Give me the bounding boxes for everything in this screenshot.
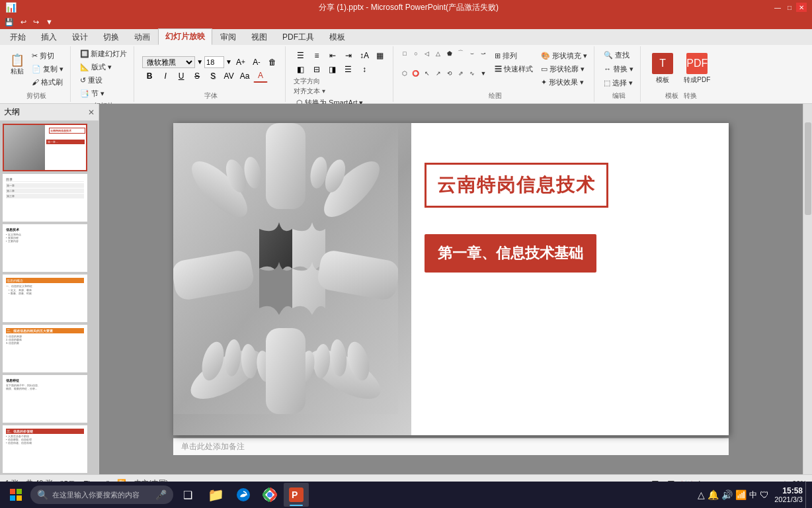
increase-font-button[interactable]: A+ [233,56,248,69]
shape-icon-10[interactable]: ⭕ [411,69,421,77]
reset-button[interactable]: ↺ 重设 [77,74,130,87]
align-center-button[interactable]: ⊟ [309,63,324,76]
taskbar-app-explorer[interactable]: 📁 [202,483,229,507]
shape-fill-button[interactable]: 🎨 形状填充 ▾ [538,50,590,62]
taskbar-app-edge[interactable] [231,483,256,507]
shape-icon-5[interactable]: ⬟ [445,50,454,58]
cut-button[interactable]: ✂ 剪切 [29,50,66,62]
slide-area[interactable]: 云南特岗信息技术 第一章、信息技术基础 单击此处添加备注 [99,104,803,474]
section-button[interactable]: 📑 节 ▾ [77,87,130,100]
taskbar-app-chrome[interactable] [257,483,282,507]
tray-arrow-icon[interactable]: △ [698,489,705,500]
slide-thumb-1[interactable]: 云南特岗信息技术 第一章... [3,124,87,171]
decrease-font-button[interactable]: A- [249,56,264,69]
search-input[interactable] [52,491,151,499]
shape-icon-14[interactable]: ⇗ [456,69,466,77]
tab-transitions[interactable]: 切换 [96,29,126,45]
shape-icon-12[interactable]: ↗ [434,69,443,77]
notes-bar[interactable]: 单击此处添加备注 [173,438,729,455]
layout-button[interactable]: 📐 版式 ▾ [77,61,130,73]
tab-design[interactable]: 设计 [65,29,95,45]
line-spacing-button[interactable]: ↕ [357,63,372,76]
tab-review[interactable]: 审阅 [213,29,243,45]
qa-undo[interactable]: ↩ [19,17,28,27]
shape-outline-button[interactable]: ▭ 形状轮廓 ▾ [538,63,590,75]
tab-insert[interactable]: 插入 [34,29,64,45]
slide-thumb-6[interactable]: 信息特征 在下面的例子中，找出信息、 物质、能量的特征，分析... [3,375,87,423]
vertical-scrollbar[interactable] [803,104,812,474]
text-direction-button[interactable]: ↕A [357,49,372,62]
taskbar-app-powerpoint[interactable]: P [284,483,309,507]
mic-icon[interactable]: 🎤 [155,489,167,500]
sidebar-close-button[interactable]: ✕ [88,108,95,117]
close-button[interactable]: ✕ [796,3,807,12]
shape-icon-13[interactable]: ⟲ [445,69,454,77]
shape-icon-more[interactable]: ▼ [479,69,488,77]
bold-button[interactable]: B [142,69,157,83]
clock[interactable]: 15:58 2021/3/3 [774,486,803,503]
shape-icon-8[interactable]: ⤻ [479,50,488,58]
indent-decrease-button[interactable]: ⇤ [325,49,340,62]
strikethrough-button[interactable]: S [190,69,204,83]
minimize-button[interactable]: — [772,3,783,12]
quick-styles-button[interactable]: ☰ 快速样式 [492,63,536,75]
shape-icon-15[interactable]: ∿ [467,69,477,77]
slide-thumb-4[interactable]: 信息的概念 一、信息的定义和特征 • 定义、来源、载体 • 数量、质量、时效 [3,275,87,322]
tab-view[interactable]: 视图 [244,29,274,45]
underline-button[interactable]: U [174,69,188,83]
shape-icon-4[interactable]: △ [434,50,443,58]
qa-save[interactable]: 💾 [3,17,16,27]
arrange-button[interactable]: ⊞ 排列 [492,50,536,62]
tab-slideshow[interactable]: 幻灯片放映 [158,28,212,45]
replace-button[interactable]: ↔ 替换 ▾ [601,63,636,75]
tray-volume-icon[interactable]: 🔊 [721,489,733,500]
bullet-list-button[interactable]: ☰ [294,49,308,62]
slide-thumb-5[interactable]: 二、描述信息的相关的五大要素 1. 信息的来源 2. 信息的载体 3. 信息的量 [3,325,87,372]
char-spacing-button[interactable]: AV [222,69,236,83]
tab-pdf-tools[interactable]: PDF工具 [275,29,321,45]
align-left-button[interactable]: ◧ [294,63,308,76]
convert-pdf-button[interactable]: PDF 转成PDF [679,49,715,89]
tray-ime-icon[interactable]: 中 [749,489,757,501]
num-list-button[interactable]: ≡ [309,49,324,62]
shape-icon-9[interactable]: ⬡ [400,69,409,77]
columns-button[interactable]: ▦ [373,49,387,62]
tab-template[interactable]: 模板 [322,29,352,45]
select-button[interactable]: ⬚ 选择 ▾ [601,77,636,89]
shape-icon-7[interactable]: ⌣ [467,50,477,58]
tray-antivirus-icon[interactable]: 🛡 [760,489,769,500]
justify-button[interactable]: ☰ [341,63,356,76]
task-view-button[interactable]: ❑ [175,482,201,508]
slide-thumb-7[interactable]: 三、信息的价值链 • 人类生活各个阶段 • 信息获取、信息处理 • 信息传递、信… [3,425,87,473]
scroll-thumb[interactable] [805,122,811,215]
font-family-select[interactable]: 微软雅黑 [142,56,195,68]
qa-customize[interactable]: ▼ [44,17,55,26]
slide-thumbnails-panel[interactable]: 云南特岗信息技术 第一章... 目录 第一章 第二章 第三章 [0,121,99,474]
font-size-input[interactable] [204,56,224,68]
maximize-button[interactable]: □ [784,3,795,12]
shape-icon-2[interactable]: ○ [411,50,421,58]
start-button[interactable] [3,482,29,508]
shape-icon-1[interactable]: □ [400,50,409,58]
shadow-button[interactable]: S [206,69,220,83]
search-bar[interactable]: 🔍 🎤 [30,486,173,504]
format-painter-button[interactable]: 🖌 格式刷 [29,76,66,89]
shape-icon-11[interactable]: ↖ [423,69,432,77]
slide-thumb-3[interactable]: 信息技术 • 定义和特点 • 发展历程 • 主要内容 [3,224,87,272]
show-desktop-button[interactable] [805,482,809,508]
slide-thumb-2[interactable]: 目录 第一章 第二章 第三章 [3,174,87,222]
new-slide-button[interactable]: 🔲新建幻灯片 [77,48,130,60]
paste-button[interactable]: 📋 粘贴 [7,52,28,85]
italic-button[interactable]: I [158,69,173,83]
align-right-button[interactable]: ◨ [325,63,340,76]
case-button[interactable]: Aa [237,69,252,83]
tab-animations[interactable]: 动画 [127,29,157,45]
shape-icon-3[interactable]: ◁ [423,50,432,58]
tab-home[interactable]: 开始 [3,29,33,45]
tray-network-icon[interactable]: 📶 [735,489,747,500]
clear-format-button[interactable]: 🗑 [265,56,280,69]
shape-effects-button[interactable]: ✦ 形状效果 ▾ [538,76,590,89]
copy-button[interactable]: 📄 复制 ▾ [29,63,66,75]
find-button[interactable]: 🔍 查找 [601,49,636,62]
font-color-button[interactable]: A [253,69,268,83]
